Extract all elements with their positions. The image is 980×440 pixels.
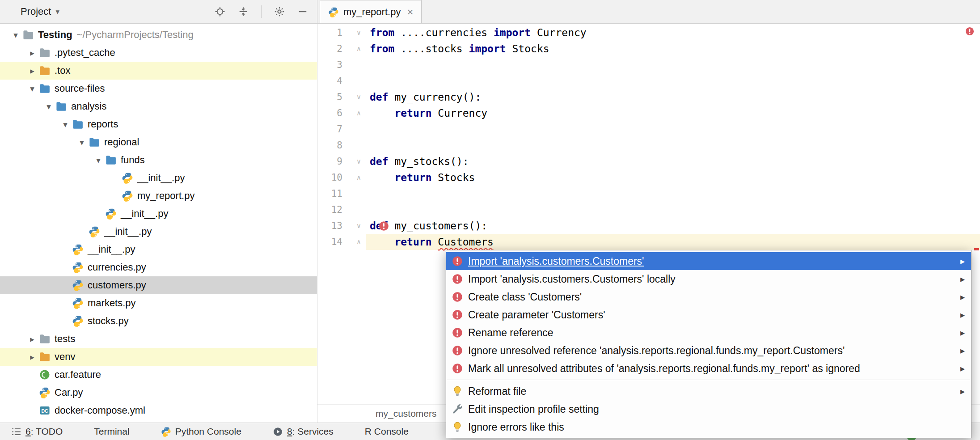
status-item-terminal[interactable]: Terminal [94,426,129,437]
project-tool-window-switcher[interactable]: Project ▾ [21,6,59,17]
code-line-11[interactable]: 11 [317,186,980,202]
close-icon[interactable]: × [407,7,413,17]
tree-item-label: docker-compose.yml [55,405,145,416]
tree-item-pytest-cache[interactable]: ▸.pytest_cache [0,44,317,62]
chevron-collapsed-icon[interactable]: ▸ [25,48,39,58]
fold-end-icon[interactable]: ∧ [345,169,366,186]
menu-item-mark-all-unresolved-attributes-of-analysis-repor[interactable]: Mark all unresolved attributes of 'analy… [446,360,971,377]
tree-item-init-py[interactable]: __init__.py [0,223,317,241]
tree-item-currencies-py[interactable]: currencies.py [0,258,317,276]
menu-item-edit-inspection-profile-setting[interactable]: Edit inspection profile setting [446,400,971,418]
menu-item-reformat-file[interactable]: Reformat file▸ [446,382,971,400]
code-line-13[interactable]: 13∨def my_customers(): [317,218,980,234]
top-bar: Project ▾ my_report.py× [0,0,980,24]
code-line-4[interactable]: 4 [317,73,980,89]
tree-item-tests[interactable]: ▸tests [0,330,317,348]
settings-icon[interactable] [274,6,285,17]
submenu-arrow-icon: ▸ [960,363,965,374]
tree-item-car-py[interactable]: Car.py [0,384,317,402]
status-item-6-todo[interactable]: 6: TODO [11,426,63,437]
tree-item-regional[interactable]: ▾regional [0,133,317,151]
tree-item-markets-py[interactable]: markets.py [0,294,317,312]
tree-item-tox[interactable]: ▸.tox [0,62,317,80]
tab-my-report-py[interactable]: my_report.py× [320,0,422,23]
project-tree: ▾Testing~/PycharmProjects/Testing▸.pytes… [0,24,317,419]
tree-item-label: .tox [55,65,70,76]
code-line-1[interactable]: 1∨from ....currencies import Currency [317,25,980,41]
error-stripe-mark[interactable] [974,248,979,250]
fold-end-icon[interactable]: ∧ [345,41,366,57]
fold-start-icon[interactable]: ∨ [345,89,366,105]
tree-item-init-py[interactable]: __init__.py [0,169,317,187]
intention-error-icon[interactable] [378,220,389,232]
fold-end-icon[interactable]: ∧ [345,234,366,250]
tree-item-label: __init__.py [88,244,135,255]
chevron-expanded-icon[interactable]: ▾ [92,155,105,165]
chevron-expanded-icon[interactable]: ▾ [59,119,72,129]
fold-start-icon[interactable]: ∨ [345,218,366,234]
inspection-error-icon[interactable] [965,26,975,36]
code-line-8[interactable]: 8 [317,137,980,153]
chevron-expanded-icon[interactable]: ▾ [42,102,55,111]
code-line-3[interactable]: 3 [317,57,980,73]
fold-end-icon[interactable]: ∧ [345,105,366,121]
submenu-arrow-icon: ▸ [960,345,965,356]
tree-item-source-files[interactable]: ▾source-files [0,80,317,97]
code-line-2[interactable]: 2∧from ....stocks import Stocks [317,41,980,57]
code-line-9[interactable]: 9∨def my_stocks(): [317,153,980,169]
code-line-7[interactable]: 7 [317,121,980,137]
tree-item-label: source-files [55,83,105,94]
tree-item-label: tests [55,333,75,345]
tree-item-label: venv [55,351,75,363]
tree-item-init-py[interactable]: __init__.py [0,205,317,223]
folder-source-icon [72,118,84,130]
tree-item-car-feature[interactable]: car.feature [0,366,317,384]
chevron-expanded-icon[interactable]: ▾ [9,30,22,40]
code-line-12[interactable]: 12 [317,202,980,218]
tree-item-customers-py[interactable]: customers.py [0,276,317,294]
tree-item-funds[interactable]: ▾funds [0,151,317,169]
hide-icon[interactable] [297,6,308,17]
status-item-r-console[interactable]: R Console [365,426,409,437]
menu-item-create-parameter-customers[interactable]: Create parameter 'Customers'▸ [446,306,971,324]
line-number: 6 [317,105,345,121]
breadcrumb-item[interactable]: my_customers [376,408,437,419]
fold-spacer [345,57,366,73]
fold-start-icon[interactable]: ∨ [345,25,366,41]
collapse-all-icon[interactable] [238,6,249,17]
menu-item-import-analysis-customers-customers[interactable]: Import 'analysis.customers.Customers'▸ [446,252,971,270]
chevron-collapsed-icon[interactable]: ▸ [25,66,39,76]
tree-item-venv[interactable]: ▸venv [0,348,317,366]
tree-item-my-report-py[interactable]: my_report.py [0,187,317,205]
menu-item-import-analysis-customers-customers-locally[interactable]: Import 'analysis.customers.Customers' lo… [446,270,971,288]
menu-item-rename-reference[interactable]: Rename reference▸ [446,324,971,342]
project-toolbar: Project ▾ [0,0,317,23]
tree-item-reports[interactable]: ▾reports [0,115,317,133]
line-number: 9 [317,153,345,169]
tree-item-docker-compose-yml[interactable]: DCdocker-compose.yml [0,402,317,419]
locate-icon[interactable] [215,6,225,17]
menu-item-ignore-errors-like-this[interactable]: Ignore errors like this [446,418,971,436]
status-item-8-services[interactable]: 8: Services [273,426,334,437]
chevron-collapsed-icon[interactable]: ▸ [25,334,39,344]
fold-start-icon[interactable]: ∨ [345,153,366,169]
chevron-expanded-icon[interactable]: ▾ [75,137,89,147]
tree-item-stocks-py[interactable]: stocks.py [0,312,317,330]
status-item-python-console[interactable]: Python Console [161,426,241,437]
code-line-5[interactable]: 5∨def my_currency(): [317,89,980,105]
tree-item-analysis[interactable]: ▾analysis [0,97,317,115]
tree-item-label: my_report.py [137,190,194,202]
tree-item-label: markets.py [88,297,136,309]
chevron-expanded-icon[interactable]: ▾ [25,84,39,93]
tree-item-init-py[interactable]: __init__.py [0,241,317,258]
menu-item-create-class-customers[interactable]: Create class 'Customers'▸ [446,288,971,306]
code-line-6[interactable]: 6∧ return Currency [317,105,980,121]
tree-item-testing[interactable]: ▾Testing~/PycharmProjects/Testing [0,26,317,44]
code-line-10[interactable]: 10∧ return Stocks [317,169,980,186]
code-line-14[interactable]: 14∧ return Customers [317,234,980,250]
menu-item-label: Ignore errors like this [468,421,564,433]
code-text: def my_customers(): [366,218,980,234]
menu-item-ignore-unresolved-reference-analysis-reports-reg[interactable]: Ignore unresolved reference 'analysis.re… [446,342,971,360]
status-item-label: Python Console [175,426,241,437]
chevron-collapsed-icon[interactable]: ▸ [25,352,39,362]
